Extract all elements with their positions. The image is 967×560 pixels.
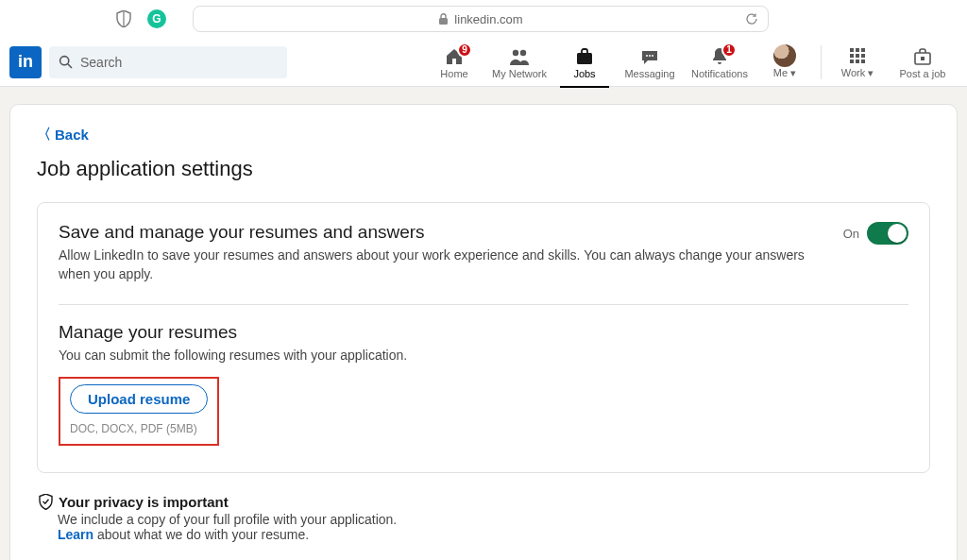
- settings-card: 〈 Back Job application settings Save and…: [9, 104, 958, 560]
- home-icon: 9: [444, 46, 465, 67]
- refresh-icon[interactable]: [745, 12, 758, 25]
- svg-rect-10: [856, 48, 859, 52]
- chevron-left-icon: 〈: [37, 126, 51, 144]
- svg-rect-9: [850, 48, 854, 52]
- settings-panel: Save and manage your resumes and answers…: [37, 202, 930, 473]
- avatar: [773, 45, 796, 66]
- privacy-desc-line2: about what we do with your resume.: [93, 527, 309, 542]
- nav-post-job[interactable]: Post a job: [888, 38, 958, 87]
- svg-rect-16: [856, 59, 859, 63]
- badge-notifications: 1: [721, 42, 737, 58]
- grammarly-icon: G: [147, 9, 166, 28]
- nav-network[interactable]: My Network: [484, 38, 554, 87]
- svg-rect-14: [861, 54, 865, 58]
- browser-chrome: G linkedin.com: [0, 0, 967, 38]
- address-bar[interactable]: linkedin.com: [193, 6, 769, 32]
- save-section-desc: Allow LinkedIn to save your resumes and …: [59, 246, 824, 283]
- nav-work[interactable]: Work ▾: [827, 38, 888, 87]
- svg-point-6: [646, 55, 648, 57]
- svg-rect-12: [850, 54, 854, 58]
- nav-divider: [821, 45, 822, 79]
- chat-icon: [639, 46, 660, 67]
- save-section-title: Save and manage your resumes and answers: [59, 222, 824, 243]
- file-format-hint: DOC, DOCX, PDF (5MB): [70, 422, 197, 435]
- nav-notifications[interactable]: 1 Notifications: [685, 38, 755, 87]
- search-icon: [59, 55, 73, 69]
- people-icon: [508, 46, 531, 67]
- lock-icon: [438, 13, 449, 25]
- svg-point-3: [513, 49, 518, 55]
- svg-point-4: [520, 49, 526, 55]
- caret-down-icon: ▾: [868, 67, 874, 78]
- divider: [59, 304, 908, 305]
- svg-rect-5: [577, 53, 592, 64]
- svg-rect-15: [850, 59, 854, 63]
- toggle-label: On: [843, 227, 859, 241]
- privacy-title-text: Your privacy is important: [59, 494, 229, 510]
- bell-icon: 1: [710, 46, 729, 67]
- nav-messaging[interactable]: Messaging: [615, 38, 685, 87]
- save-toggle[interactable]: [867, 222, 908, 245]
- privacy-note: Your privacy is important We include a c…: [37, 494, 930, 542]
- post-job-icon: [912, 46, 933, 67]
- caret-down-icon: ▾: [790, 67, 796, 78]
- shield-check-icon: [39, 494, 53, 510]
- upload-highlight: Upload resume DOC, DOCX, PDF (5MB): [59, 377, 219, 446]
- nav-home[interactable]: 9 Home: [424, 38, 484, 87]
- upload-resume-button[interactable]: Upload resume: [70, 384, 208, 414]
- svg-point-1: [60, 57, 69, 65]
- svg-rect-17: [861, 59, 865, 63]
- svg-rect-0: [439, 18, 448, 25]
- page-title: Job application settings: [37, 157, 930, 181]
- address-bar-text: linkedin.com: [454, 12, 522, 26]
- search-placeholder: Search: [80, 55, 122, 70]
- shield-icon: [115, 10, 132, 27]
- linkedin-logo[interactable]: in: [9, 46, 42, 78]
- svg-line-2: [68, 64, 72, 68]
- nav-me[interactable]: Me ▾: [755, 38, 815, 87]
- privacy-desc-line1: We include a copy of your full profile w…: [58, 512, 397, 527]
- badge-home: 9: [457, 42, 472, 58]
- briefcase-icon: [574, 46, 595, 67]
- top-nav: in Search 9 Home My Network Jobs: [0, 38, 967, 87]
- manage-section-title: Manage your resumes: [59, 322, 908, 343]
- svg-point-7: [649, 55, 651, 57]
- manage-section-desc: You can submit the following resumes wit…: [59, 347, 908, 365]
- svg-rect-19: [921, 57, 925, 60]
- svg-point-8: [652, 55, 653, 57]
- learn-link[interactable]: Learn: [58, 527, 93, 542]
- back-button[interactable]: 〈 Back: [37, 126, 930, 144]
- svg-rect-11: [861, 48, 865, 52]
- nav-jobs[interactable]: Jobs: [554, 38, 615, 87]
- search-input[interactable]: Search: [49, 46, 287, 78]
- svg-rect-13: [856, 54, 859, 58]
- apps-grid-icon: [848, 45, 867, 66]
